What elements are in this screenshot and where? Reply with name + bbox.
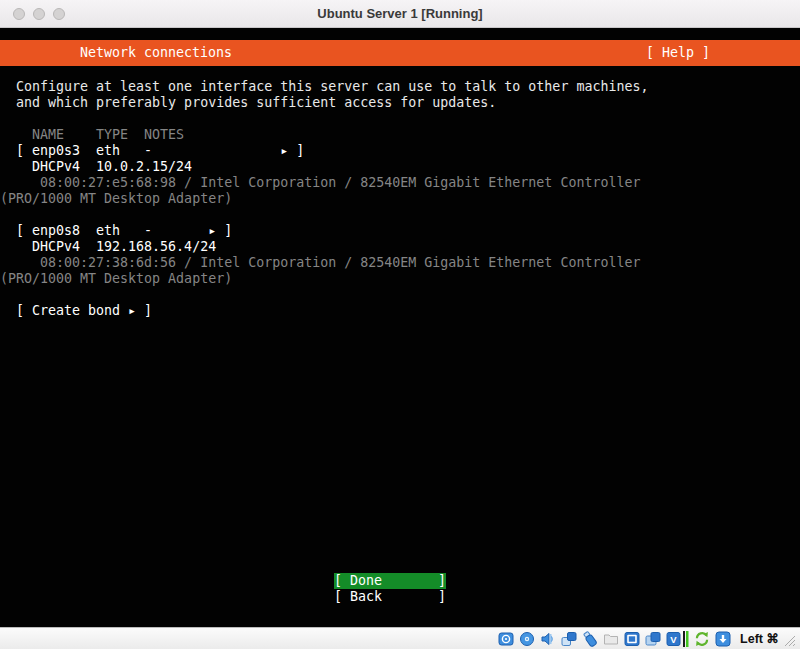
dhcp-line: DHCPv4 10.0.2.15/24 [0, 159, 800, 175]
help-button[interactable]: [ Help ] [646, 45, 710, 61]
display-icon[interactable] [624, 631, 640, 647]
recording-icon[interactable] [645, 631, 661, 647]
host-key-label: Left ⌘ [740, 631, 779, 646]
audio-icon[interactable] [540, 631, 556, 647]
titlebar[interactable]: Ubuntu Server 1 [Running] [0, 0, 800, 28]
hardware-info-line: 08:00:27:38:6d:56 / Intel Corporation / … [0, 255, 800, 271]
dhcp-line: DHCPv4 192.168.56.4/24 [0, 239, 800, 255]
window-title: Ubuntu Server 1 [Running] [0, 0, 800, 28]
vm-display[interactable]: Network connections [ Help ] Configure a… [0, 28, 800, 627]
expand-arrow-icon: ▸ [128, 303, 136, 318]
shared-folder-icon[interactable] [603, 631, 619, 647]
vbox-statusbar: V Left ⌘ [0, 627, 800, 649]
svg-text:V: V [670, 633, 677, 644]
interface-row-enp0s8[interactable]: [ enp0s8 eth - ▸ ] [0, 223, 800, 239]
hardware-info-line: (PRO/1000 MT Desktop Adapter) [0, 271, 800, 287]
usb-icon[interactable] [582, 631, 598, 647]
virtualization-icon[interactable]: V [666, 631, 689, 647]
vm-window: Ubuntu Server 1 [Running] Network connec… [0, 0, 800, 649]
interface-row-label: [ enp0s8 eth - [0, 223, 208, 238]
installer-header: Network connections [ Help ] [0, 40, 800, 66]
interface-row-close: ] [216, 223, 232, 238]
resize-grip[interactable] [784, 631, 796, 647]
optical-disk-icon[interactable] [519, 631, 535, 647]
create-bond-button[interactable]: [ Create bond ▸ ] [0, 303, 800, 319]
intro-line-1: Configure at least one interface this se… [0, 79, 800, 95]
expand-arrow-icon: ▸ [208, 223, 216, 238]
page-title: Network connections [80, 45, 232, 61]
columns-header: NAME TYPE NOTES [0, 127, 800, 143]
hard-disk-icon[interactable] [498, 631, 514, 647]
done-button[interactable]: [ Done ] [334, 573, 446, 589]
create-bond-label: [ Create bond [0, 303, 128, 318]
interface-row-close: ] [288, 143, 304, 158]
keyboard-capture-icon[interactable] [715, 631, 731, 647]
back-button[interactable]: [ Back ] [334, 589, 446, 605]
create-bond-close: ] [136, 303, 152, 318]
network-icon[interactable] [561, 631, 577, 647]
interface-row-label: [ enp0s3 eth - [0, 143, 280, 158]
mouse-integration-icon[interactable] [694, 631, 710, 647]
hardware-info-line: 08:00:27:e5:68:98 / Intel Corporation / … [0, 175, 800, 191]
hardware-info-line: (PRO/1000 MT Desktop Adapter) [0, 191, 800, 207]
intro-line-2: and which preferably provides sufficient… [0, 95, 800, 111]
interface-row-enp0s3[interactable]: [ enp0s3 eth - ▸ ] [0, 143, 800, 159]
